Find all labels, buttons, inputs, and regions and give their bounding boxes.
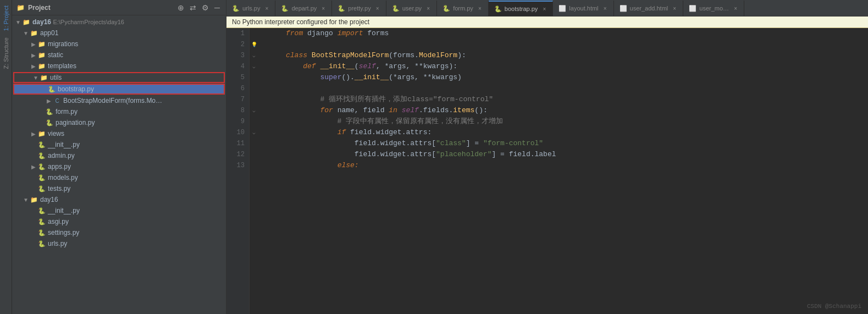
tab-close-bootstrap[interactable]: × — [540, 5, 548, 13]
tab-close-user[interactable]: × — [424, 4, 432, 12]
tab-close-urls[interactable]: × — [263, 4, 270, 12]
token — [286, 127, 338, 138]
py-icon-settings: 🐍 — [37, 228, 46, 237]
gutter-9 — [250, 116, 258, 127]
tab-user-mo[interactable]: ⬜ user_mo… × — [683, 1, 744, 16]
tab-close-depart[interactable]: × — [319, 4, 327, 12]
settings-icon[interactable]: ⚙ — [200, 3, 211, 13]
token: forms — [363, 28, 389, 39]
py-icon-asgi: 🐍 — [37, 217, 46, 226]
tab-urls-py[interactable]: 🐍 urls.py × — [226, 1, 275, 16]
code-line-5: super().__init__(*args, **kwargs) — [264, 72, 868, 83]
add-icon[interactable]: ⊕ — [176, 3, 186, 13]
py-tab-icon-user: 🐍 — [392, 5, 400, 12]
tree-item-models-py[interactable]: 🐍 models.py — [12, 172, 226, 183]
label-apps-py: apps.py — [48, 163, 71, 170]
class-icon-bootstrap: C — [53, 96, 62, 105]
tree-item-static[interactable]: ▶ 📁 static — [12, 49, 226, 60]
project-tab[interactable]: 1: Project — [1, 2, 11, 34]
gutter-3[interactable]: ⌵ — [250, 50, 258, 61]
tab-label-user-add: user_add.html — [630, 5, 668, 12]
code-content[interactable]: from django import forms class BootStrap… — [258, 28, 868, 314]
gutter-2: 💡 — [250, 39, 258, 50]
label-pagination-py: pagination.py — [56, 119, 95, 126]
py-icon-apps: 🐍 — [37, 162, 46, 171]
code-line-6 — [264, 83, 868, 94]
line-num-12: 12 — [231, 149, 245, 160]
token — [307, 50, 312, 61]
tab-label-user-mo: user_mo… — [699, 5, 729, 12]
token: if — [338, 127, 346, 138]
py-tab-icon-bootstrap: 🐍 — [494, 5, 502, 13]
tree-item-views[interactable]: ▶ 📁 views — [12, 128, 226, 139]
tree-item-init-py-app[interactable]: 🐍 __init__.py — [12, 139, 226, 150]
token: from — [286, 28, 303, 39]
html-tab-icon-user-add: ⬜ — [620, 5, 627, 12]
tab-user-add-html[interactable]: ⬜ user_add.html × — [614, 1, 684, 16]
token: field.widget.attrs[ — [286, 138, 436, 149]
tree-item-bootstrap-py[interactable]: 🐍 bootstrap.py — [13, 84, 225, 95]
token: field.widget.attrs: — [346, 127, 432, 138]
tab-user-py[interactable]: 🐍 user.py × — [386, 1, 437, 16]
tree-item-urls-py-day16[interactable]: 🐍 urls.py — [12, 238, 226, 249]
tab-bootstrap-py[interactable]: 🐍 bootstrap.py × — [489, 1, 554, 16]
token: __init__ — [320, 61, 354, 72]
collapse-icon[interactable]: ⇄ — [188, 3, 198, 13]
folder-icon-templates: 📁 — [37, 62, 46, 70]
tree-item-day16-sub[interactable]: ▼ 📁 day16 — [12, 194, 226, 205]
token: self — [359, 61, 376, 72]
line-num-10: 10 — [231, 127, 245, 138]
label-bootstrap-py: bootstrap.py — [58, 85, 94, 93]
code-line-10: if field.widget.attrs: — [264, 127, 868, 138]
tab-layout-html[interactable]: ⬜ layout.html × — [553, 1, 613, 16]
tab-form-py[interactable]: 🐍 form.py × — [437, 1, 489, 16]
tree-item-day16-root[interactable]: ▼ 📁 day16 E:\PycharmProjects\day16 — [12, 16, 226, 27]
token: django — [303, 28, 337, 39]
label-tests-py: tests.py — [48, 185, 70, 192]
vertical-tool-tabs: 1: Project Z: Structure — [0, 0, 12, 314]
tab-label-form: form.py — [453, 5, 473, 12]
tree-item-apps-py[interactable]: ▶ 🐍 apps.py — [12, 161, 226, 172]
tree-item-asgi-py[interactable]: 🐍 asgi.py — [12, 216, 226, 227]
label-app01: app01 — [40, 29, 58, 37]
py-icon-tests: 🐍 — [37, 184, 46, 193]
code-line-11: field.widget.attrs["class"] = "form-cont… — [264, 138, 868, 149]
tab-close-pretty[interactable]: × — [374, 4, 382, 12]
line-num-5: 5 — [231, 72, 245, 83]
tree-item-app01[interactable]: ▼ 📁 app01 — [12, 27, 226, 38]
tree-item-templates[interactable]: ▶ 📁 templates — [12, 60, 226, 71]
token: . — [414, 50, 419, 61]
token: # 字段中有属性，保留原有属性，没有属性，才增加 — [286, 116, 503, 127]
structure-tab[interactable]: Z: Structure — [1, 34, 11, 72]
tree-item-pagination-py[interactable]: 🐍 pagination.py — [12, 117, 226, 128]
minimize-icon[interactable]: ─ — [213, 3, 222, 13]
tab-close-form[interactable]: × — [476, 4, 484, 12]
folder-icon-day16-sub: 📁 — [30, 195, 38, 204]
tree-item-init-py-day16[interactable]: 🐍 __init__.py — [12, 205, 226, 216]
tree-item-admin-py[interactable]: 🐍 admin.py — [12, 150, 226, 161]
tab-close-user-mo[interactable]: × — [732, 4, 739, 12]
warning-banner[interactable]: No Python interpreter configured for the… — [226, 16, 868, 28]
tab-depart-py[interactable]: 🐍 depart.py × — [275, 1, 332, 16]
line-num-11: 11 — [231, 138, 245, 149]
gutter-12 — [250, 149, 258, 160]
token: (): — [474, 105, 487, 116]
tree-item-form-py[interactable]: 🐍 form.py — [12, 106, 226, 117]
tab-close-user-add[interactable]: × — [671, 4, 678, 12]
tree-item-utils[interactable]: ▼ 📁 utils — [13, 72, 225, 83]
gutter-icons: 💡 ⌵ ⌵ ⌵ ⌵ — [250, 28, 258, 314]
gutter-8[interactable]: ⌵ — [250, 105, 258, 116]
tab-close-layout[interactable]: × — [601, 4, 609, 12]
tree-item-migrations[interactable]: ▶ 📁 migrations — [12, 38, 226, 49]
tab-pretty-py[interactable]: 🐍 pretty.py × — [332, 1, 386, 16]
tab-label-layout: layout.html — [569, 5, 598, 12]
arrow-app01: ▼ — [22, 30, 30, 36]
token: ModelForm — [419, 50, 457, 61]
gutter-4[interactable]: ⌵ — [250, 61, 258, 72]
label-templates: templates — [48, 62, 76, 70]
tree-item-settings-py[interactable]: 🐍 settings.py — [12, 227, 226, 238]
tree-item-bootstrap-class[interactable]: ▶ C BootStrapModelForm(forms.Mo… — [12, 95, 226, 106]
tab-label-pretty: pretty.py — [348, 5, 371, 12]
tree-item-tests-py[interactable]: 🐍 tests.py — [12, 183, 226, 194]
gutter-10[interactable]: ⌵ — [250, 127, 258, 138]
